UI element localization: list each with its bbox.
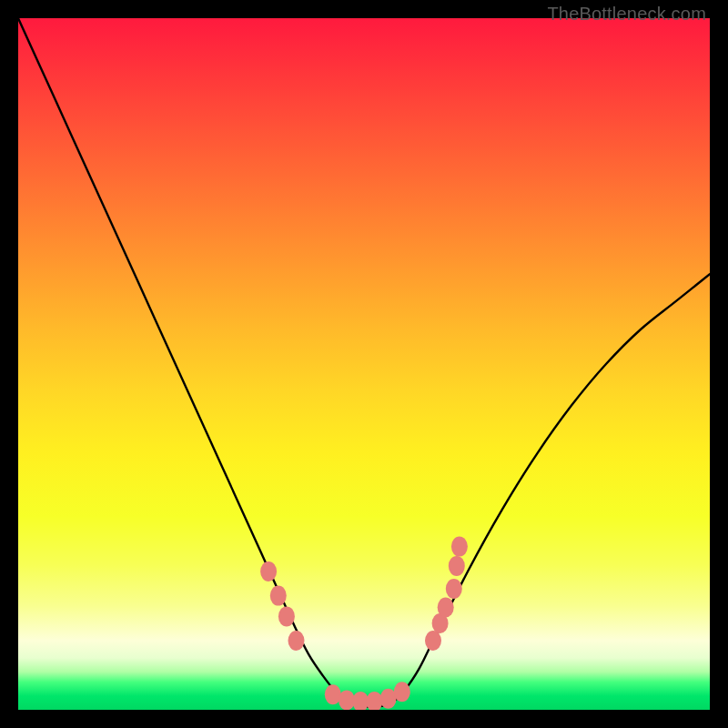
data-marker (451, 537, 468, 557)
data-marker (270, 586, 287, 606)
data-marker (278, 606, 295, 626)
data-marker (446, 579, 462, 599)
attribution-text: TheBottleneck.com (547, 4, 706, 25)
data-marker (425, 631, 441, 651)
chart-frame: TheBottleneck.com (0, 0, 728, 728)
data-marker (339, 690, 355, 710)
data-marker (366, 692, 382, 710)
data-marker (394, 682, 410, 702)
bottleneck-curve (18, 18, 710, 710)
data-marker (438, 598, 454, 618)
data-marker (288, 631, 305, 651)
chart-plot-area (18, 18, 710, 710)
data-marker (260, 561, 277, 581)
data-marker (449, 556, 465, 576)
